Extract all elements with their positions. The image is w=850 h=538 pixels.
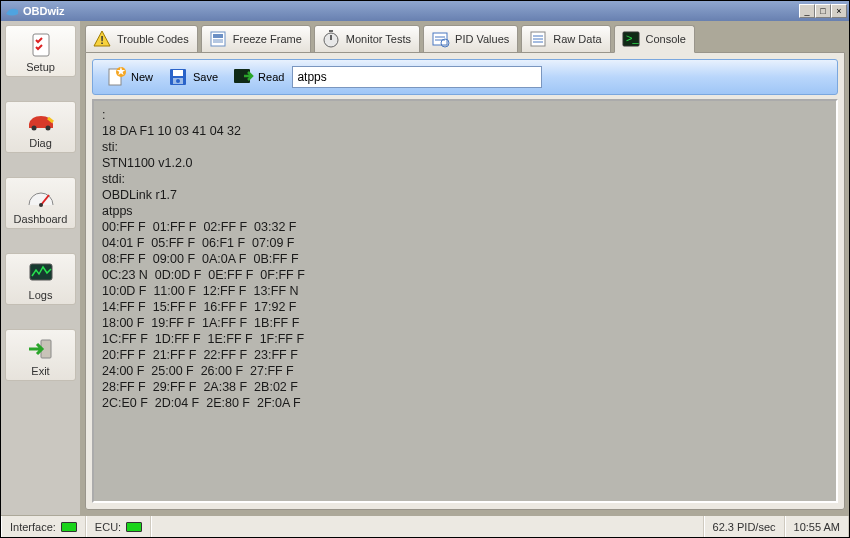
tab-pid-values[interactable]: PID Values — [423, 25, 518, 53]
tab-label: Console — [646, 33, 686, 45]
status-interface: Interface: — [1, 516, 86, 537]
status-ecu: ECU: — [86, 516, 151, 537]
exit-arrow-icon — [25, 335, 57, 363]
sidebar-item-logs[interactable]: Logs — [5, 253, 76, 305]
save-icon — [167, 66, 189, 88]
console-output[interactable]: : 18 DA F1 10 03 41 04 32 sti: STN1100 v… — [92, 99, 838, 503]
minimize-button[interactable]: _ — [799, 4, 815, 18]
button-label: Save — [193, 71, 218, 83]
status-bar: Interface: ECU: 62.3 PID/sec 10:55 AM — [1, 515, 849, 537]
tab-label: Freeze Frame — [233, 33, 302, 45]
tab-label: Raw Data — [553, 33, 601, 45]
content-area: ! Trouble Codes Freeze Frame Monitor Tes… — [81, 21, 849, 515]
tab-freeze-frame[interactable]: Freeze Frame — [201, 25, 311, 53]
sidebar-item-exit[interactable]: Exit — [5, 329, 76, 381]
sidebar-item-label: Dashboard — [14, 213, 68, 225]
new-button[interactable]: ★ New — [99, 64, 159, 90]
tab-label: PID Values — [455, 33, 509, 45]
save-button[interactable]: Save — [161, 64, 224, 90]
sidebar-item-dashboard[interactable]: Dashboard — [5, 177, 76, 229]
read-icon — [232, 66, 254, 88]
svg-text:★: ★ — [116, 66, 126, 77]
status-clock: 10:55 AM — [785, 516, 849, 537]
sidebar-item-setup[interactable]: Setup — [5, 25, 76, 77]
status-label: Interface: — [10, 521, 56, 533]
sidebar: Setup Diag Dashboard Logs — [1, 21, 81, 515]
title-bar: OBDwiz _ □ × — [1, 1, 849, 21]
sidebar-item-label: Setup — [26, 61, 55, 73]
sidebar-item-label: Exit — [31, 365, 49, 377]
tab-raw-data[interactable]: Raw Data — [521, 25, 610, 53]
tab-monitor-tests[interactable]: Monitor Tests — [314, 25, 420, 53]
sidebar-item-label: Diag — [29, 137, 52, 149]
new-file-icon: ★ — [105, 66, 127, 88]
status-label: ECU: — [95, 521, 121, 533]
close-button[interactable]: × — [831, 4, 847, 18]
button-label: Read — [258, 71, 284, 83]
rawdata-icon — [528, 29, 548, 49]
terminal-icon: >_ — [621, 29, 641, 49]
gauge-icon — [25, 183, 57, 211]
svg-point-2 — [45, 126, 50, 131]
tab-trouble-codes[interactable]: ! Trouble Codes — [85, 25, 198, 53]
led-icon — [126, 522, 142, 532]
button-label: New — [131, 71, 153, 83]
console-panel: ★ New Save Read : 18 DA F1 10 03 41 04 3… — [85, 52, 845, 510]
svg-rect-29 — [173, 70, 183, 76]
tab-label: Trouble Codes — [117, 33, 189, 45]
svg-point-1 — [31, 126, 36, 131]
tab-bar: ! Trouble Codes Freeze Frame Monitor Tes… — [81, 21, 849, 53]
maximize-button[interactable]: □ — [815, 4, 831, 18]
svg-rect-9 — [213, 34, 223, 38]
command-input[interactable] — [292, 66, 542, 88]
sidebar-item-diag[interactable]: Diag — [5, 101, 76, 153]
tab-console[interactable]: >_ Console — [614, 25, 695, 53]
stopwatch-icon — [321, 29, 341, 49]
svg-point-31 — [176, 79, 180, 83]
read-button[interactable]: Read — [226, 64, 290, 90]
app-icon — [5, 4, 19, 18]
car-icon — [25, 107, 57, 135]
svg-text:!: ! — [100, 34, 104, 46]
warning-icon: ! — [92, 29, 112, 49]
status-pid-rate: 62.3 PID/sec — [704, 516, 785, 537]
tab-label: Monitor Tests — [346, 33, 411, 45]
sidebar-item-label: Logs — [29, 289, 53, 301]
pid-icon — [430, 29, 450, 49]
monitor-icon — [25, 259, 57, 287]
window-title: OBDwiz — [23, 5, 65, 17]
snapshot-icon — [208, 29, 228, 49]
status-spacer — [151, 516, 703, 537]
svg-point-4 — [39, 203, 43, 207]
console-toolbar: ★ New Save Read — [92, 59, 838, 95]
svg-rect-14 — [329, 30, 333, 32]
checklist-icon — [25, 31, 57, 59]
led-icon — [61, 522, 77, 532]
svg-text:>_: >_ — [626, 32, 639, 44]
